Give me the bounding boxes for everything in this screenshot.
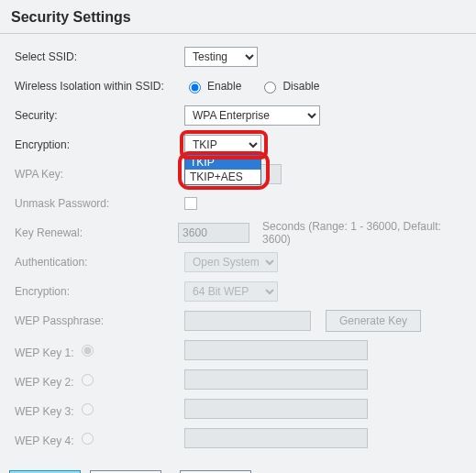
- wep-key2-label: WEP Key 2:: [15, 371, 184, 389]
- isolation-enable-text: Enable: [207, 80, 241, 93]
- encryption-label: Encryption:: [15, 138, 184, 151]
- wep-key3-label: WEP Key 3:: [15, 401, 184, 418]
- wep-pass-input: [184, 311, 311, 331]
- security-label: Security:: [15, 109, 184, 122]
- wep-key3-radio: [82, 403, 94, 415]
- wep-enc-select: 64 Bit WEP: [184, 281, 278, 302]
- wep-key2-radio: [82, 374, 94, 386]
- isolation-label: Wireless Isolation within SSID:: [15, 80, 184, 93]
- wep-key4-input: [184, 428, 368, 448]
- auth-label: Authentication:: [15, 256, 184, 269]
- wep-key4-radio: [82, 433, 94, 445]
- wep-key4-label: WEP Key 4:: [15, 430, 184, 447]
- button-bar: Save Cancel Back: [0, 463, 476, 473]
- wpa-key-label: WPA Key:: [15, 168, 184, 181]
- isolation-enable-radio[interactable]: [189, 82, 201, 94]
- isolation-enable-option[interactable]: Enable: [184, 79, 241, 94]
- ssid-select[interactable]: Testing: [184, 47, 258, 67]
- encryption-dropdown-list: TKIP TKIP+AES: [184, 154, 261, 185]
- key-renewal-input: [178, 223, 249, 243]
- wep-key2-input: [184, 369, 368, 390]
- key-renewal-hint: Seconds (Range: 1 - 36000, Default: 3600…: [262, 220, 461, 246]
- encryption-option-tkip[interactable]: TKIP: [185, 155, 260, 170]
- auth-select: Open System: [184, 252, 278, 272]
- wep-key1-input: [184, 340, 368, 360]
- ssid-label: Select SSID:: [15, 50, 184, 63]
- encryption-select[interactable]: TKIP: [184, 135, 261, 155]
- wep-key1-label: WEP Key 1:: [15, 342, 184, 359]
- wep-key3-input: [184, 399, 368, 419]
- unmask-checkbox: [184, 197, 197, 210]
- wep-pass-label: WEP Passphrase:: [15, 314, 184, 327]
- page-title: Security Settings: [0, 0, 476, 34]
- encryption-option-tkip-aes[interactable]: TKIP+AES: [185, 170, 260, 184]
- isolation-disable-text: Disable: [282, 80, 319, 93]
- wep-enc-label: Encryption:: [15, 285, 184, 298]
- isolation-disable-option[interactable]: Disable: [260, 79, 319, 94]
- security-select[interactable]: WPA Enterprise: [184, 105, 320, 126]
- settings-panel: Select SSID: Testing Wireless Isolation …: [0, 34, 476, 463]
- isolation-disable-radio[interactable]: [264, 82, 276, 94]
- key-renewal-label: Key Renewal:: [15, 226, 178, 239]
- wep-key1-radio: [82, 345, 94, 357]
- generate-key-button: Generate Key: [326, 310, 421, 332]
- unmask-label: Unmask Password:: [15, 197, 184, 210]
